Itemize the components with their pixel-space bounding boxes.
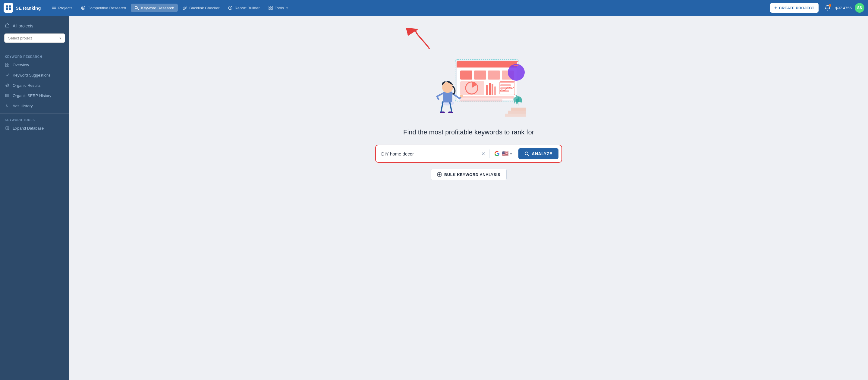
grid-icon xyxy=(268,5,273,10)
sidebar-divider-2 xyxy=(0,113,69,114)
svg-rect-16 xyxy=(5,63,7,64)
top-navigation: SE Ranking Projects Competitive Research… xyxy=(0,0,868,16)
nav-item-keyword-research[interactable]: Keyword Research xyxy=(131,4,178,12)
search-box: ✕ 🇺🇸 ▾ ANALYZE xyxy=(375,145,562,163)
svg-rect-4 xyxy=(52,7,56,7)
svg-rect-39 xyxy=(494,87,496,95)
svg-rect-6 xyxy=(52,8,56,9)
svg-point-48 xyxy=(508,64,525,81)
sidebar-all-projects[interactable]: All projects xyxy=(0,21,69,31)
svg-rect-3 xyxy=(9,8,11,10)
svg-rect-23 xyxy=(5,96,9,97)
nav-item-projects[interactable]: Projects xyxy=(48,4,76,12)
project-selector[interactable]: Select project ▾ xyxy=(4,33,65,43)
create-project-button[interactable]: + CREATE PROJECT xyxy=(770,3,818,13)
svg-point-52 xyxy=(448,112,453,113)
illustration-svg xyxy=(411,49,526,121)
svg-rect-46 xyxy=(460,99,502,101)
home-icon xyxy=(5,23,10,29)
svg-rect-22 xyxy=(5,95,9,96)
nav-item-competitive-research[interactable]: Competitive Research xyxy=(77,4,130,12)
svg-rect-5 xyxy=(52,7,56,8)
user-avatar[interactable]: SS xyxy=(855,3,864,13)
svg-rect-17 xyxy=(7,63,9,64)
overview-icon xyxy=(5,62,10,67)
svg-rect-32 xyxy=(488,70,500,80)
main-heading: Find the most profitable keywords to ran… xyxy=(403,128,534,136)
plus-icon: + xyxy=(774,5,777,10)
keyword-search-input[interactable] xyxy=(379,150,479,158)
sidebar-item-organic-serp-history[interactable]: Organic SERP History xyxy=(0,90,69,101)
svg-rect-21 xyxy=(5,94,9,95)
svg-rect-58 xyxy=(505,114,526,117)
search-icon xyxy=(524,151,529,156)
svg-rect-0 xyxy=(6,5,8,7)
nav-item-report-builder[interactable]: Report Builder xyxy=(224,4,263,12)
arrow-indicator-area xyxy=(375,28,562,52)
svg-point-54 xyxy=(460,95,463,98)
main-content: Find the most profitable keywords to ran… xyxy=(69,16,868,380)
svg-rect-29 xyxy=(457,66,517,67)
svg-rect-57 xyxy=(508,110,526,114)
sidebar-item-ads-history[interactable]: $ Ads History xyxy=(0,101,69,111)
target-icon xyxy=(81,5,86,10)
svg-point-9 xyxy=(83,7,84,8)
hero-illustration xyxy=(411,49,526,121)
nav-item-tools[interactable]: Tools ▾ xyxy=(265,4,291,12)
nav-right-area: $97.4755 SS xyxy=(823,3,864,13)
svg-rect-45 xyxy=(460,96,514,99)
notification-button[interactable] xyxy=(823,3,832,13)
svg-rect-37 xyxy=(489,83,491,95)
tools-chevron: ▾ xyxy=(286,6,288,10)
svg-rect-14 xyxy=(269,8,270,10)
notification-dot xyxy=(829,4,831,7)
sidebar-item-overview[interactable]: Overview xyxy=(0,60,69,70)
app-logo[interactable]: SE Ranking xyxy=(4,3,41,13)
bulk-icon xyxy=(437,172,442,177)
keyword-research-section-label: KEYWORD RESEARCH xyxy=(0,53,69,60)
key-icon xyxy=(134,5,139,10)
svg-rect-2 xyxy=(6,8,8,10)
region-chevron: ▾ xyxy=(510,152,512,156)
svg-rect-30 xyxy=(460,70,472,80)
clear-input-button[interactable]: ✕ xyxy=(479,150,487,158)
sidebar-item-expand-database[interactable]: Expand Database xyxy=(0,123,69,133)
account-balance: $97.4755 xyxy=(835,6,852,10)
serp-history-icon xyxy=(5,93,10,98)
search-input-area: ✕ xyxy=(379,150,490,158)
svg-rect-19 xyxy=(7,65,9,67)
app-name: SE Ranking xyxy=(16,5,41,10)
svg-rect-56 xyxy=(511,107,526,110)
svg-rect-41 xyxy=(500,84,511,86)
nav-item-backlink-checker[interactable]: Backlink Checker xyxy=(179,4,223,12)
sidebar-item-keyword-suggestions[interactable]: Keyword Suggestions xyxy=(0,70,69,80)
svg-rect-1 xyxy=(9,5,11,7)
svg-point-51 xyxy=(440,112,445,113)
keyword-suggestions-icon xyxy=(5,73,10,77)
svg-rect-15 xyxy=(271,8,273,10)
google-logo xyxy=(494,151,500,157)
logo-icon xyxy=(4,3,13,13)
keyword-tools-section-label: KEYWORD TOOLS xyxy=(0,116,69,123)
keyword-tools-section: KEYWORD TOOLS Expand Database xyxy=(0,116,69,133)
sidebar-divider-1 xyxy=(0,50,69,50)
us-flag: 🇺🇸 xyxy=(502,150,508,157)
svg-rect-31 xyxy=(474,70,486,80)
sidebar-all-projects-section: All projects Select project ▾ xyxy=(0,16,69,48)
analyze-button[interactable]: ANALYZE xyxy=(518,148,558,159)
svg-rect-40 xyxy=(500,82,514,83)
page-layout: All projects Select project ▾ KEYWORD RE… xyxy=(0,16,868,380)
selector-chevron: ▾ xyxy=(59,36,61,40)
bulk-keyword-analysis-button[interactable]: BULK KEYWORD ANALYSIS xyxy=(431,169,507,180)
red-arrow xyxy=(393,28,454,52)
link-icon xyxy=(183,5,187,10)
organic-results-icon xyxy=(5,83,10,88)
region-selector[interactable]: 🇺🇸 ▾ xyxy=(490,150,516,157)
sidebar-item-organic-results[interactable]: Organic Results xyxy=(0,80,69,90)
expand-database-icon xyxy=(5,126,10,130)
svg-text:$: $ xyxy=(6,104,7,107)
sidebar: All projects Select project ▾ KEYWORD RE… xyxy=(0,16,69,380)
svg-rect-12 xyxy=(269,6,270,7)
layers-icon xyxy=(52,5,56,10)
svg-rect-13 xyxy=(271,6,273,7)
